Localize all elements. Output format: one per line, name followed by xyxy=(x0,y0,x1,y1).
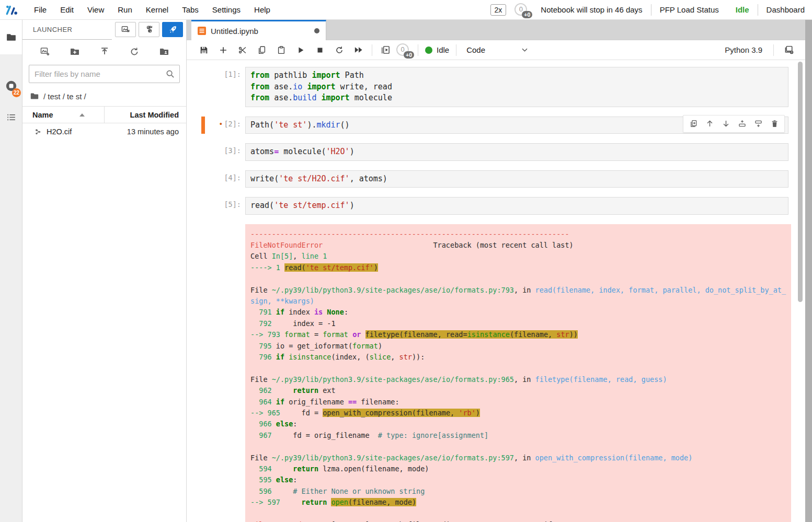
upload-button[interactable] xyxy=(99,46,110,57)
copy-cells-button[interactable] xyxy=(252,43,271,57)
launcher-tab-label[interactable]: LAUNCHER xyxy=(22,20,112,40)
python-export-button[interactable] xyxy=(139,22,159,37)
code-cell[interactable]: •[2]:Path('te st').mkdir() xyxy=(187,117,805,134)
file-browser-toolbar xyxy=(22,40,186,64)
code-line: read('te st/temp.cif') xyxy=(250,200,783,212)
notebook-panel: Untitled.ipynb xyxy=(187,20,805,522)
traceback-line: File ~/.py39/lib/python3.9/site-packages… xyxy=(250,374,786,385)
usage-delta-badge: +0 xyxy=(404,51,414,59)
code-cell[interactable]: [4]:write('te st/H2O.cif', atoms) xyxy=(187,170,805,188)
divider xyxy=(456,44,456,56)
pfp-status-value: Idle xyxy=(736,5,749,14)
error-traceback: ----------------------------------------… xyxy=(245,224,791,522)
launcher-rocket-button[interactable] xyxy=(162,22,183,37)
code-line: from ase.build import molecule xyxy=(250,92,783,104)
image-export-button[interactable] xyxy=(115,22,136,37)
notebook-content[interactable]: [1]:from pathlib import Pathfrom ase.io … xyxy=(187,60,805,522)
zoom-level-control[interactable]: 2x xyxy=(490,4,507,16)
notebook-tab[interactable]: Untitled.ipynb xyxy=(191,20,326,40)
traceback-line: --> 965 fd = open_with_compression(filen… xyxy=(250,408,786,419)
menu-view[interactable]: View xyxy=(81,5,111,14)
duplicate-cell-button[interactable] xyxy=(688,118,699,130)
menu-settings[interactable]: Settings xyxy=(205,5,247,14)
insert-cell-below-button[interactable] xyxy=(752,118,764,130)
cell-editor[interactable]: from pathlib import Pathfrom ase.io impo… xyxy=(245,67,788,107)
sidebar-tab-usage[interactable]: 22 xyxy=(0,70,22,101)
move-cell-down-button[interactable] xyxy=(720,118,731,130)
run-icon xyxy=(296,45,305,55)
restart-run-all-button[interactable] xyxy=(349,43,368,57)
boxed-play-button[interactable] xyxy=(376,43,395,57)
paste-cells-button[interactable] xyxy=(271,43,291,57)
menu-tabs[interactable]: Tabs xyxy=(175,5,205,14)
dashboard-link[interactable]: Dashboard xyxy=(767,5,805,14)
delete-cell-button[interactable] xyxy=(769,118,780,130)
breadcrumb-path[interactable]: / test / te st / xyxy=(43,92,86,101)
cell-editor[interactable]: write('te st/H2O.cif', atoms) xyxy=(245,170,788,188)
traceback-line: File ~/.py39/lib/python3.9/site-packages… xyxy=(250,285,786,296)
save-button[interactable] xyxy=(194,43,213,57)
restart-kernel-icon xyxy=(335,45,344,55)
traceback-line: 967 fd = orig_filename # type: ignore[as… xyxy=(250,430,786,441)
interrupt-kernel-button[interactable] xyxy=(310,43,329,57)
cell-code: read('te st/temp.cif') xyxy=(250,200,783,212)
sidebar-tab-files[interactable] xyxy=(0,20,22,54)
add-cell-button[interactable] xyxy=(213,43,233,57)
refresh-button[interactable] xyxy=(129,46,140,57)
traceback-line: 964 if orig_filename == filename: xyxy=(250,397,786,408)
notebook-tab-title: Untitled.ipynb xyxy=(211,27,310,36)
file-row[interactable]: H2O.cif 13 minutes ago xyxy=(22,123,186,140)
code-cell[interactable]: [1]:from pathlib import Pathfrom ase.io … xyxy=(187,67,805,107)
kernel-name-button[interactable]: Python 3.9 xyxy=(725,45,762,54)
column-header-modified[interactable]: Last Modified xyxy=(105,107,186,123)
active-cell-indicator xyxy=(201,117,205,134)
table-of-contents-icon xyxy=(6,112,17,123)
code-cell[interactable]: [5]:read('te st/temp.cif') xyxy=(187,197,805,215)
cut-cells-button[interactable] xyxy=(233,43,252,57)
notebook-toolbar: 0 +0 Idle Code Python 3.9 xyxy=(187,40,805,60)
run-button[interactable] xyxy=(291,43,310,57)
cell-editor[interactable]: atoms= molecule('H2O') xyxy=(245,143,788,161)
new-folder-button[interactable] xyxy=(69,46,81,57)
breadcrumb[interactable]: / test / te st / xyxy=(22,88,186,106)
menu-run[interactable]: Run xyxy=(111,5,139,14)
traceback-line: --> 793 format = format or filetype(file… xyxy=(250,329,786,340)
menu-kernel[interactable]: Kernel xyxy=(139,5,175,14)
sidebar-tab-toc[interactable] xyxy=(0,101,22,133)
filter-files-input[interactable] xyxy=(29,69,179,78)
restart-kernel-button[interactable] xyxy=(329,43,349,57)
new-launcher-button[interactable] xyxy=(39,46,51,57)
right-edge-strip[interactable] xyxy=(805,20,812,522)
code-cell[interactable]: [3]:atoms= molecule('H2O') xyxy=(187,143,805,161)
traceback-line: --> 597 return open(filename, mode) xyxy=(250,497,786,508)
menu-help[interactable]: Help xyxy=(247,5,277,14)
chevron-down-icon xyxy=(521,48,528,52)
move-cell-up-button[interactable] xyxy=(704,118,715,130)
unsaved-changes-icon[interactable] xyxy=(314,28,319,33)
traceback-line: sign, **kwargs) xyxy=(250,296,786,307)
traceback-line xyxy=(250,363,786,374)
cell-editor[interactable]: read('te st/temp.cif') xyxy=(245,197,788,215)
add-cell-icon xyxy=(219,45,228,55)
kernel-usage-indicator: 0 +0 xyxy=(396,43,412,57)
cell-type-value: Code xyxy=(466,45,485,54)
insert-cell-above-button[interactable] xyxy=(736,118,748,130)
cell-hover-toolbar xyxy=(683,115,785,133)
home-folder-icon[interactable] xyxy=(30,91,39,101)
cell-editor[interactable]: Path('te st').mkdir() xyxy=(245,117,788,134)
column-header-name[interactable]: Name xyxy=(22,107,105,123)
menu-edit[interactable]: Edit xyxy=(53,5,81,14)
divider xyxy=(651,4,651,16)
notebook-scrollbar-thumb[interactable] xyxy=(798,62,803,302)
traceback-line: 594 return lzma.open(filename, mode) xyxy=(250,463,786,474)
notebook-file-icon xyxy=(198,27,206,35)
cell-prompt: [1]: xyxy=(187,67,245,107)
copy-icon xyxy=(257,45,267,55)
file-manager-button[interactable] xyxy=(158,46,170,57)
pfp-load-status-label: PFP Load Status xyxy=(660,5,719,14)
kernel-display-button[interactable] xyxy=(780,43,799,57)
cell-list: [1]:from pathlib import Pathfrom ase.io … xyxy=(187,67,805,522)
menu-file[interactable]: File xyxy=(27,5,53,14)
name-column-label: Name xyxy=(32,111,53,119)
cell-type-dropdown[interactable]: Code xyxy=(466,45,528,54)
